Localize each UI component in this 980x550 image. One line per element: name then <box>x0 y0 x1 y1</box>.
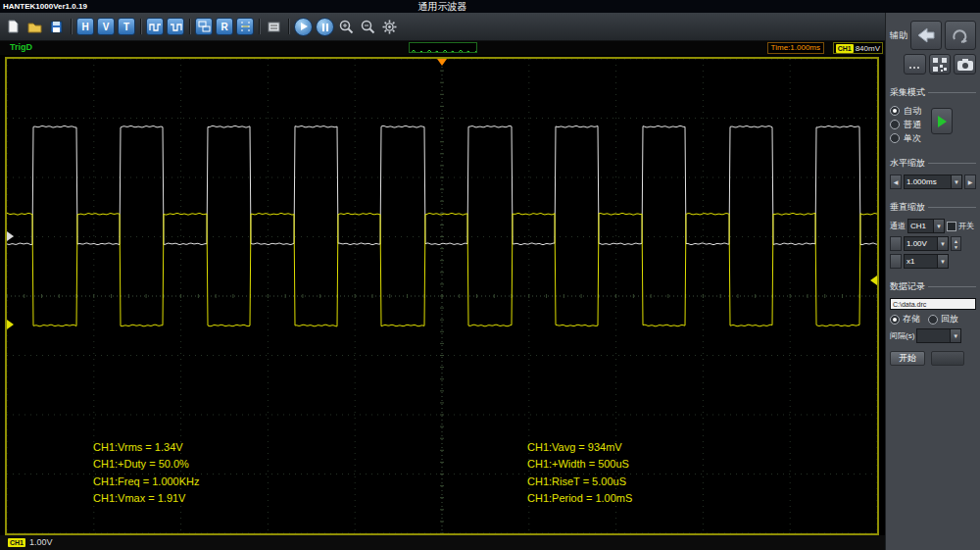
radio-icon <box>890 315 900 325</box>
zoom-out-button[interactable] <box>359 18 377 36</box>
save-button[interactable] <box>47 18 66 36</box>
mode-store-radio[interactable]: 存储 <box>890 313 920 325</box>
chevron-down-icon[interactable]: ▼ <box>933 220 944 232</box>
screenshot-camera-button[interactable] <box>954 54 976 75</box>
control-panel: 辅助 采集模式 自动 普通 单次 水平缩放 ◀ 1.000ms▼ ▶ 垂直缩放 … <box>885 13 980 550</box>
channel-select[interactable]: CH1▼ <box>907 219 945 233</box>
timebase-decrease-button[interactable]: ◀ <box>890 175 902 189</box>
waveform-preview[interactable] <box>409 42 477 53</box>
channel-label: 通道 <box>890 221 906 231</box>
new-file-button[interactable] <box>4 18 23 36</box>
camera-icon <box>956 58 974 72</box>
toolbar-separator <box>189 19 190 34</box>
qr-code-button[interactable] <box>929 54 952 75</box>
waveform-square-button-2[interactable] <box>167 18 184 35</box>
switch-label: 开关 <box>958 221 974 231</box>
timebase-select[interactable]: 1.000ms▼ <box>904 175 962 189</box>
probe-select[interactable]: x1▼ <box>904 254 949 269</box>
trigger-status: TrigD <box>10 42 32 52</box>
ch1-badge[interactable]: CH1 <box>8 538 25 547</box>
ch1-ground-marker[interactable] <box>7 320 14 329</box>
measurement-freq: CH1:Freq = 1.000KHz <box>93 474 200 491</box>
open-folder-button[interactable] <box>25 18 44 36</box>
toolbar: H V T R <box>0 13 885 41</box>
record-path-input[interactable] <box>890 298 976 310</box>
volts-per-div: 1.00V <box>29 537 53 547</box>
qr-code-icon <box>932 57 948 73</box>
record-stop-button[interactable] <box>931 351 964 366</box>
probe-side-button[interactable] <box>890 254 902 269</box>
back-arrow-icon <box>915 26 937 44</box>
horizontal-menu-button[interactable]: H <box>76 18 94 35</box>
status-bar: TrigD Time:1.000ms CH1 840mV <box>0 41 885 55</box>
horizontal-section-header: 水平缩放 <box>890 157 976 170</box>
radio-icon <box>890 133 900 143</box>
acq-mode-auto-radio[interactable]: 自动 <box>890 104 921 118</box>
trigger-level-marker[interactable] <box>870 275 877 285</box>
zoom-in-button[interactable] <box>337 18 356 36</box>
play-button[interactable] <box>294 18 313 36</box>
interval-select[interactable]: ▼ <box>916 328 961 343</box>
zoom-out-icon <box>361 20 375 34</box>
bottom-bar: CH1 1.00V <box>0 535 885 550</box>
back-button[interactable] <box>910 21 942 50</box>
green-play-icon <box>938 116 947 127</box>
trigger-position-marker[interactable] <box>437 59 447 66</box>
waveform-square-button-1[interactable] <box>146 18 164 35</box>
measurement-vmax: CH1:Vmax = 1.91V <box>93 490 200 508</box>
volt-scale-select[interactable]: 1.00V▼ <box>904 236 949 251</box>
pause-button[interactable] <box>316 18 334 36</box>
measurements-left-column: CH1:Vrms = 1.34V CH1:+Duty = 50.0% CH1:F… <box>93 439 200 508</box>
datalog-section-header: 数据记录 <box>890 280 976 293</box>
oscilloscope-display: CH1:Vrms = 1.34V CH1:+Duty = 50.0% CH1:F… <box>5 57 879 535</box>
channel-badge[interactable]: CH1 <box>836 44 854 53</box>
interval-label: 间隔(s) <box>890 330 914 341</box>
dots-icon <box>908 57 920 72</box>
aux-section-label: 辅助 <box>890 29 907 42</box>
zoom-in-icon <box>339 20 354 34</box>
mode-playback-radio[interactable]: 回放 <box>928 313 958 325</box>
channel-enable-checkbox[interactable] <box>947 222 956 231</box>
preview-trace-icon <box>410 48 476 53</box>
auto-measure-button[interactable] <box>265 18 283 36</box>
toolbar-separator <box>140 19 141 34</box>
chevron-down-icon[interactable]: ▼ <box>937 255 948 268</box>
settings-gear-button[interactable] <box>380 18 399 36</box>
cursor-measure-button[interactable] <box>236 18 254 35</box>
volt-scale-side-button[interactable] <box>890 236 902 251</box>
toolbar-separator <box>288 19 289 34</box>
volt-scale-spinner[interactable]: ▲▼ <box>951 236 961 251</box>
radio-icon <box>890 120 900 129</box>
measurement-duty: CH1:+Duty = 50.0% <box>93 456 200 474</box>
window-tiles-button[interactable] <box>195 18 213 35</box>
ch2-ground-marker[interactable] <box>7 231 14 241</box>
play-icon <box>301 23 308 30</box>
chevron-down-icon[interactable]: ▼ <box>937 237 948 250</box>
vertical-menu-button[interactable]: V <box>97 18 115 35</box>
trigger-level-value: 840mV <box>856 44 880 53</box>
run-stop-button[interactable] <box>931 108 953 134</box>
gear-icon <box>382 20 397 34</box>
acq-mode-single-radio[interactable]: 单次 <box>890 131 921 145</box>
refresh-button[interactable]: R <box>216 18 233 35</box>
measurement-riset: CH1:RiseT = 5.00uS <box>527 474 632 491</box>
radio-icon <box>890 106 900 116</box>
trigger-menu-button[interactable]: T <box>118 18 135 35</box>
title-bar: HANTEK1000Ver1.0.19 通用示波器 <box>0 0 980 13</box>
scope-area: CH1:Vrms = 1.34V CH1:+Duty = 50.0% CH1:F… <box>0 55 885 535</box>
redo-button[interactable] <box>945 21 976 50</box>
chevron-down-icon[interactable]: ▼ <box>951 175 961 188</box>
toolbar-separator <box>71 19 72 34</box>
measurement-vrms: CH1:Vrms = 1.34V <box>93 439 200 457</box>
acquisition-section-header: 采集模式 <box>890 86 976 99</box>
radio-icon <box>928 315 938 325</box>
timebase-increase-button[interactable]: ▶ <box>964 175 976 189</box>
pause-icon <box>321 20 329 34</box>
vertical-section-header: 垂直缩放 <box>890 201 976 214</box>
more-options-button[interactable] <box>904 54 926 75</box>
timebase-display: Time:1.000ms <box>767 42 824 54</box>
record-start-button[interactable]: 开始 <box>890 351 925 366</box>
acq-mode-normal-radio[interactable]: 普通 <box>890 118 921 131</box>
chevron-down-icon[interactable]: ▼ <box>950 329 960 342</box>
timebase-value: Time:1.000ms <box>771 43 820 52</box>
